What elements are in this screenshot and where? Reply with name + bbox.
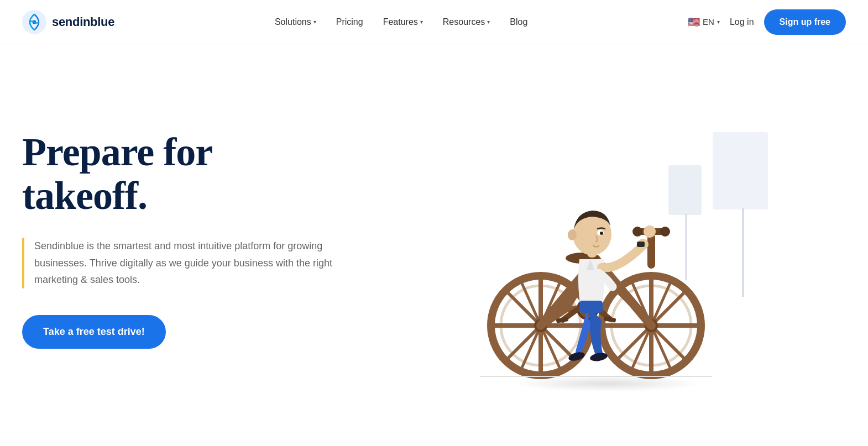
- header-right: 🇺🇸 EN ▾ Log in Sign up free: [688, 9, 846, 35]
- hero-section: Prepare for takeoff. Sendinblue is the s…: [0, 44, 868, 446]
- logo-text: sendinblue: [52, 15, 114, 29]
- svg-point-28: [632, 227, 642, 237]
- logo-link[interactable]: sendinblue: [22, 10, 114, 34]
- hero-illustration: [347, 44, 868, 446]
- svg-point-29: [660, 227, 670, 237]
- logo-icon: [22, 10, 46, 34]
- svg-point-41: [644, 225, 656, 238]
- hero-description: Sendinblue is the smartest and most intu…: [34, 238, 343, 288]
- sign-pole-1: [742, 208, 744, 297]
- chevron-down-icon: ▾: [420, 19, 423, 25]
- language-selector[interactable]: 🇺🇸 EN ▾: [688, 16, 720, 28]
- signup-button[interactable]: Sign up free: [764, 9, 846, 35]
- nav-pricing[interactable]: Pricing: [336, 17, 363, 27]
- hero-description-wrapper: Sendinblue is the smartest and most intu…: [22, 238, 343, 288]
- character-scene: [414, 66, 801, 425]
- svg-point-37: [589, 351, 608, 362]
- yellow-accent-bar: [22, 238, 24, 288]
- flag-icon: 🇺🇸: [688, 16, 700, 28]
- cta-button[interactable]: Take a free test drive!: [22, 315, 166, 349]
- chevron-down-icon: ▾: [313, 19, 316, 25]
- svg-point-45: [600, 232, 603, 235]
- bike-character-svg: [480, 138, 712, 381]
- nav-solutions[interactable]: Solutions ▾: [275, 17, 316, 27]
- svg-rect-39: [579, 301, 603, 313]
- chevron-down-icon: ▾: [487, 19, 490, 25]
- hero-title: Prepare for takeoff.: [22, 130, 343, 218]
- nav-blog[interactable]: Blog: [510, 17, 527, 27]
- bg-sign-1: [713, 132, 768, 209]
- svg-point-46: [568, 229, 577, 240]
- chevron-down-icon: ▾: [717, 19, 720, 25]
- ground-shadow: [514, 375, 702, 392]
- site-header: sendinblue Solutions ▾ Pricing Features …: [0, 0, 868, 44]
- nav-features[interactable]: Features ▾: [383, 17, 423, 27]
- hero-content: Prepare for takeoff. Sendinblue is the s…: [22, 130, 343, 349]
- nav-resources[interactable]: Resources ▾: [443, 17, 490, 27]
- main-nav: Solutions ▾ Pricing Features ▾ Resources…: [275, 17, 527, 27]
- svg-rect-47: [637, 242, 645, 247]
- login-link[interactable]: Log in: [730, 17, 754, 27]
- language-label: EN: [703, 17, 714, 27]
